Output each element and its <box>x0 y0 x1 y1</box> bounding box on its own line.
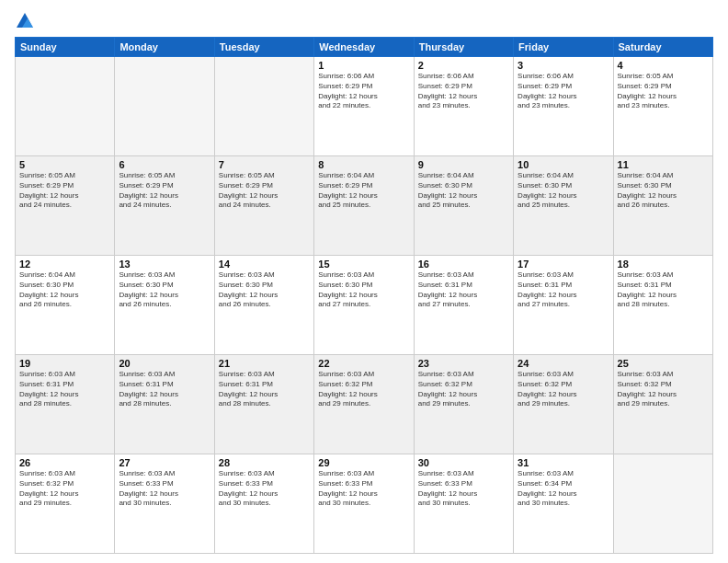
day-detail: Sunrise: 6:03 AM Sunset: 6:31 PM Dayligh… <box>418 270 509 310</box>
day-number: 12 <box>19 259 110 270</box>
day-number: 11 <box>618 159 709 170</box>
calendar-cell: 10Sunrise: 6:04 AM Sunset: 6:30 PM Dayli… <box>514 156 613 256</box>
day-detail: Sunrise: 6:03 AM Sunset: 6:33 PM Dayligh… <box>219 469 310 509</box>
calendar-cell: 29Sunrise: 6:03 AM Sunset: 6:33 PM Dayli… <box>314 454 414 554</box>
day-number: 18 <box>618 259 709 270</box>
day-number: 2 <box>418 60 509 71</box>
day-number: 9 <box>418 159 509 170</box>
day-detail: Sunrise: 6:03 AM Sunset: 6:31 PM Dayligh… <box>618 270 709 310</box>
day-number: 19 <box>19 358 110 369</box>
day-number: 30 <box>418 457 509 468</box>
calendar-cell: 19Sunrise: 6:03 AM Sunset: 6:31 PM Dayli… <box>16 355 115 454</box>
header-day: Saturday <box>613 38 712 57</box>
calendar-week-row: 19Sunrise: 6:03 AM Sunset: 6:31 PM Dayli… <box>16 355 713 454</box>
calendar-cell <box>613 454 712 554</box>
calendar-cell: 9Sunrise: 6:04 AM Sunset: 6:30 PM Daylig… <box>414 156 513 256</box>
calendar-cell <box>214 57 313 156</box>
calendar-cell: 2Sunrise: 6:06 AM Sunset: 6:29 PM Daylig… <box>414 57 513 156</box>
day-detail: Sunrise: 6:04 AM Sunset: 6:30 PM Dayligh… <box>518 171 609 211</box>
day-number: 4 <box>618 60 709 71</box>
day-number: 25 <box>618 358 709 369</box>
day-number: 29 <box>318 457 409 468</box>
day-detail: Sunrise: 6:03 AM Sunset: 6:33 PM Dayligh… <box>418 469 509 509</box>
calendar-cell: 12Sunrise: 6:04 AM Sunset: 6:30 PM Dayli… <box>16 256 115 355</box>
calendar-cell: 3Sunrise: 6:06 AM Sunset: 6:29 PM Daylig… <box>514 57 613 156</box>
calendar-cell: 24Sunrise: 6:03 AM Sunset: 6:32 PM Dayli… <box>514 355 613 454</box>
calendar-cell: 15Sunrise: 6:03 AM Sunset: 6:30 PM Dayli… <box>314 256 414 355</box>
day-number: 15 <box>318 259 409 270</box>
calendar-cell: 8Sunrise: 6:04 AM Sunset: 6:29 PM Daylig… <box>314 156 414 256</box>
day-detail: Sunrise: 6:04 AM Sunset: 6:29 PM Dayligh… <box>318 171 409 211</box>
day-number: 8 <box>318 159 409 170</box>
calendar-cell: 27Sunrise: 6:03 AM Sunset: 6:33 PM Dayli… <box>115 454 214 554</box>
day-detail: Sunrise: 6:03 AM Sunset: 6:32 PM Dayligh… <box>518 370 609 409</box>
calendar-table: SundayMondayTuesdayWednesdayThursdayFrid… <box>15 37 713 554</box>
calendar-cell: 18Sunrise: 6:03 AM Sunset: 6:31 PM Dayli… <box>613 256 712 355</box>
calendar-cell: 23Sunrise: 6:03 AM Sunset: 6:32 PM Dayli… <box>414 355 513 454</box>
day-detail: Sunrise: 6:04 AM Sunset: 6:30 PM Dayligh… <box>418 171 509 211</box>
day-detail: Sunrise: 6:05 AM Sunset: 6:29 PM Dayligh… <box>219 171 310 211</box>
day-detail: Sunrise: 6:03 AM Sunset: 6:32 PM Dayligh… <box>318 370 409 409</box>
day-detail: Sunrise: 6:04 AM Sunset: 6:30 PM Dayligh… <box>618 171 709 211</box>
day-number: 22 <box>318 358 409 369</box>
header-day: Monday <box>115 38 214 57</box>
day-detail: Sunrise: 6:03 AM Sunset: 6:31 PM Dayligh… <box>119 370 210 409</box>
day-number: 24 <box>518 358 609 369</box>
day-detail: Sunrise: 6:03 AM Sunset: 6:33 PM Dayligh… <box>318 469 409 509</box>
calendar-cell: 22Sunrise: 6:03 AM Sunset: 6:32 PM Dayli… <box>314 355 414 454</box>
calendar-cell: 26Sunrise: 6:03 AM Sunset: 6:32 PM Dayli… <box>16 454 115 554</box>
header-day: Sunday <box>16 38 115 57</box>
calendar-cell: 1Sunrise: 6:06 AM Sunset: 6:29 PM Daylig… <box>314 57 414 156</box>
logo <box>15 11 39 31</box>
calendar-cell: 30Sunrise: 6:03 AM Sunset: 6:33 PM Dayli… <box>414 454 513 554</box>
calendar-cell: 16Sunrise: 6:03 AM Sunset: 6:31 PM Dayli… <box>414 256 513 355</box>
day-number: 27 <box>119 457 210 468</box>
day-detail: Sunrise: 6:06 AM Sunset: 6:29 PM Dayligh… <box>418 72 509 111</box>
calendar-cell: 4Sunrise: 6:05 AM Sunset: 6:29 PM Daylig… <box>613 57 712 156</box>
day-detail: Sunrise: 6:06 AM Sunset: 6:29 PM Dayligh… <box>518 72 609 111</box>
calendar-cell: 31Sunrise: 6:03 AM Sunset: 6:34 PM Dayli… <box>514 454 613 554</box>
day-number: 14 <box>219 259 310 270</box>
header-day: Thursday <box>414 38 513 57</box>
day-detail: Sunrise: 6:03 AM Sunset: 6:33 PM Dayligh… <box>119 469 210 509</box>
day-detail: Sunrise: 6:03 AM Sunset: 6:32 PM Dayligh… <box>19 469 110 509</box>
day-number: 10 <box>518 159 609 170</box>
day-detail: Sunrise: 6:03 AM Sunset: 6:30 PM Dayligh… <box>318 270 409 310</box>
day-number: 13 <box>119 259 210 270</box>
calendar-cell: 20Sunrise: 6:03 AM Sunset: 6:31 PM Dayli… <box>115 355 214 454</box>
header-day: Friday <box>514 38 613 57</box>
calendar-cell <box>16 57 115 156</box>
day-detail: Sunrise: 6:04 AM Sunset: 6:30 PM Dayligh… <box>19 270 110 310</box>
day-number: 23 <box>418 358 509 369</box>
header-day: Wednesday <box>314 38 414 57</box>
header-row: SundayMondayTuesdayWednesdayThursdayFrid… <box>16 38 713 57</box>
calendar-week-row: 26Sunrise: 6:03 AM Sunset: 6:32 PM Dayli… <box>16 454 713 554</box>
day-detail: Sunrise: 6:05 AM Sunset: 6:29 PM Dayligh… <box>119 171 210 211</box>
day-detail: Sunrise: 6:05 AM Sunset: 6:29 PM Dayligh… <box>618 72 709 111</box>
day-number: 28 <box>219 457 310 468</box>
day-detail: Sunrise: 6:03 AM Sunset: 6:30 PM Dayligh… <box>219 270 310 310</box>
day-number: 6 <box>119 159 210 170</box>
day-number: 7 <box>219 159 310 170</box>
day-number: 21 <box>219 358 310 369</box>
day-number: 5 <box>19 159 110 170</box>
calendar-cell: 21Sunrise: 6:03 AM Sunset: 6:31 PM Dayli… <box>214 355 313 454</box>
calendar-cell: 11Sunrise: 6:04 AM Sunset: 6:30 PM Dayli… <box>613 156 712 256</box>
calendar-cell: 14Sunrise: 6:03 AM Sunset: 6:30 PM Dayli… <box>214 256 313 355</box>
day-number: 1 <box>318 60 409 71</box>
calendar-cell: 6Sunrise: 6:05 AM Sunset: 6:29 PM Daylig… <box>115 156 214 256</box>
logo-icon <box>15 11 35 31</box>
day-detail: Sunrise: 6:03 AM Sunset: 6:32 PM Dayligh… <box>418 370 509 409</box>
day-number: 17 <box>518 259 609 270</box>
day-number: 3 <box>518 60 609 71</box>
day-detail: Sunrise: 6:06 AM Sunset: 6:29 PM Dayligh… <box>318 72 409 111</box>
page: SundayMondayTuesdayWednesdayThursdayFrid… <box>0 0 728 563</box>
calendar-cell: 17Sunrise: 6:03 AM Sunset: 6:31 PM Dayli… <box>514 256 613 355</box>
header <box>15 11 713 31</box>
calendar-week-row: 12Sunrise: 6:04 AM Sunset: 6:30 PM Dayli… <box>16 256 713 355</box>
day-detail: Sunrise: 6:03 AM Sunset: 6:32 PM Dayligh… <box>618 370 709 409</box>
calendar-cell <box>115 57 214 156</box>
day-detail: Sunrise: 6:05 AM Sunset: 6:29 PM Dayligh… <box>19 171 110 211</box>
day-detail: Sunrise: 6:03 AM Sunset: 6:31 PM Dayligh… <box>219 370 310 409</box>
calendar-cell: 13Sunrise: 6:03 AM Sunset: 6:30 PM Dayli… <box>115 256 214 355</box>
